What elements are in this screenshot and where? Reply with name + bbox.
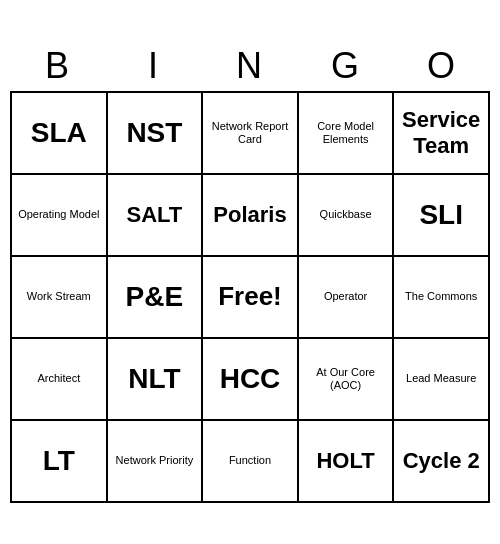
bingo-cell-17: HCC bbox=[203, 339, 299, 421]
bingo-cell-12: Free! bbox=[203, 257, 299, 339]
bingo-header: B I N G O bbox=[10, 41, 490, 91]
bingo-cell-9: SLI bbox=[394, 175, 490, 257]
bingo-cell-15: Architect bbox=[12, 339, 108, 421]
header-g: G bbox=[298, 41, 394, 91]
bingo-card: B I N G O SLANSTNetwork Report CardCore … bbox=[10, 41, 490, 503]
bingo-cell-24: Cycle 2 bbox=[394, 421, 490, 503]
bingo-cell-5: Operating Model bbox=[12, 175, 108, 257]
bingo-cell-21: Network Priority bbox=[108, 421, 204, 503]
bingo-cell-13: Operator bbox=[299, 257, 395, 339]
bingo-cell-10: Work Stream bbox=[12, 257, 108, 339]
bingo-cell-22: Function bbox=[203, 421, 299, 503]
bingo-cell-16: NLT bbox=[108, 339, 204, 421]
bingo-grid: SLANSTNetwork Report CardCore Model Elem… bbox=[10, 91, 490, 503]
bingo-cell-4: Service Team bbox=[394, 93, 490, 175]
bingo-cell-7: Polaris bbox=[203, 175, 299, 257]
bingo-cell-11: P&E bbox=[108, 257, 204, 339]
bingo-cell-8: Quickbase bbox=[299, 175, 395, 257]
bingo-cell-1: NST bbox=[108, 93, 204, 175]
header-n: N bbox=[202, 41, 298, 91]
bingo-cell-6: SALT bbox=[108, 175, 204, 257]
bingo-cell-23: HOLT bbox=[299, 421, 395, 503]
bingo-cell-2: Network Report Card bbox=[203, 93, 299, 175]
bingo-cell-18: At Our Core (AOC) bbox=[299, 339, 395, 421]
bingo-cell-19: Lead Measure bbox=[394, 339, 490, 421]
bingo-cell-3: Core Model Elements bbox=[299, 93, 395, 175]
bingo-cell-14: The Commons bbox=[394, 257, 490, 339]
bingo-cell-0: SLA bbox=[12, 93, 108, 175]
header-i: I bbox=[106, 41, 202, 91]
header-b: B bbox=[10, 41, 106, 91]
header-o: O bbox=[394, 41, 490, 91]
bingo-cell-20: LT bbox=[12, 421, 108, 503]
